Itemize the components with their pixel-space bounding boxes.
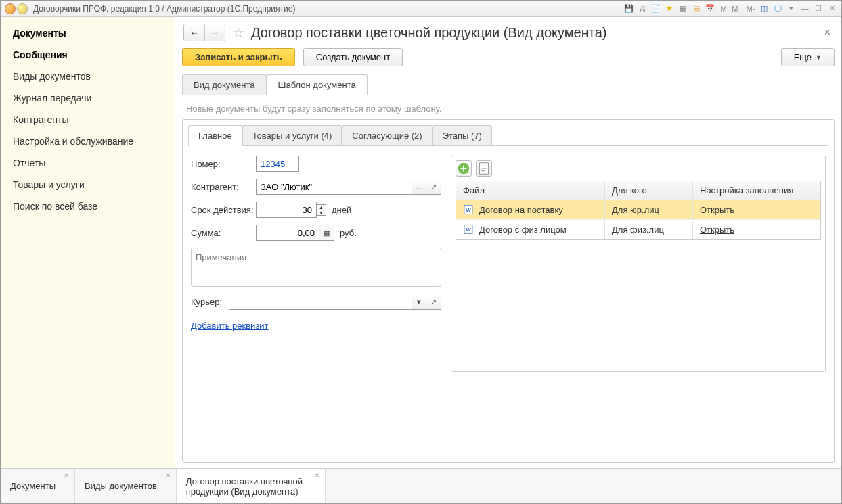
- inner-tab[interactable]: Товары и услуги (4): [242, 125, 342, 145]
- print-icon[interactable]: 🖨: [637, 3, 648, 14]
- file-name: Договор на поставку: [479, 205, 563, 215]
- bottom-tab-label: Виды документов: [85, 481, 157, 491]
- sidebar-item[interactable]: Документы: [1, 22, 175, 44]
- nav-buttons: ← →: [183, 24, 225, 41]
- add-attribute-link[interactable]: Добавить реквизит: [191, 321, 269, 331]
- open-link[interactable]: Открыть: [700, 225, 734, 235]
- calc-icon[interactable]: ▤: [691, 3, 702, 14]
- outer-tab[interactable]: Шаблон документа: [267, 74, 368, 95]
- hint-text: Новые документы будут сразу заполняться …: [182, 95, 835, 119]
- term-spinner: ▲ ▼: [317, 204, 326, 216]
- m-minus-icon[interactable]: M-: [745, 3, 756, 14]
- grid-header: Файл Для кого Настройка заполнения: [456, 181, 820, 200]
- svg-text:W: W: [466, 207, 471, 213]
- file-for: Для юр.лиц: [605, 201, 693, 219]
- open-link[interactable]: Открыть: [700, 205, 734, 215]
- close-icon[interactable]: ✕: [314, 472, 319, 479]
- courier-label: Курьер:: [191, 297, 229, 307]
- app-icon-1: [5, 3, 16, 14]
- dropdown-icon[interactable]: ▾: [786, 3, 797, 14]
- panels-icon[interactable]: ◫: [759, 3, 770, 14]
- more-button[interactable]: Еще▼: [781, 48, 835, 66]
- table-row[interactable]: WДоговор с физ.лицомДля физ.лицОткрыть: [456, 220, 820, 239]
- forward-button[interactable]: →: [204, 24, 225, 41]
- add-file-button[interactable]: [456, 160, 472, 177]
- courier-open-button[interactable]: ↗: [426, 294, 441, 310]
- number-input[interactable]: [256, 156, 299, 172]
- form-left: Номер: Контрагент: … ↗ Сро: [191, 156, 441, 372]
- form-columns: Номер: Контрагент: … ↗ Сро: [188, 146, 828, 375]
- maximize-icon[interactable]: ☐: [813, 3, 824, 14]
- sidebar-item[interactable]: Настройка и обслуживание: [1, 131, 175, 152]
- courier-dropdown-button[interactable]: ▾: [412, 294, 426, 310]
- save-and-close-button[interactable]: Записать и закрыть: [182, 48, 295, 66]
- grid-icon[interactable]: ▦: [678, 3, 688, 14]
- term-input[interactable]: [256, 202, 317, 218]
- main-row: ДокументыСообщенияВиды документовЖурнал …: [1, 17, 841, 468]
- term-down[interactable]: ▼: [317, 210, 326, 216]
- files-grid: Файл Для кого Настройка заполнения WДого…: [456, 181, 821, 240]
- sidebar: ДокументыСообщенияВиды документовЖурнал …: [1, 17, 175, 468]
- courier-combo: ▾ ↗: [229, 294, 441, 310]
- sum-input[interactable]: [256, 225, 319, 241]
- svg-text:W: W: [466, 227, 471, 233]
- star-icon[interactable]: ☆: [232, 24, 244, 41]
- create-document-button[interactable]: Создать документ: [303, 48, 403, 66]
- sum-calc-button[interactable]: ▦: [319, 225, 334, 241]
- sidebar-item[interactable]: Журнал передачи: [1, 87, 175, 109]
- close-icon[interactable]: ✕: [64, 472, 69, 479]
- m-plus-icon[interactable]: M+: [732, 3, 743, 14]
- courier-input[interactable]: [229, 294, 412, 310]
- outer-tabs: Вид документаШаблон документа: [182, 74, 835, 95]
- minimize-icon[interactable]: —: [799, 3, 810, 14]
- save-icon[interactable]: 💾: [623, 3, 634, 14]
- term-label: Срок действия:: [191, 205, 256, 215]
- view-file-button[interactable]: [476, 160, 492, 177]
- attachments-panel: Файл Для кого Настройка заполнения WДого…: [451, 156, 826, 372]
- close-icon[interactable]: ✕: [165, 472, 171, 479]
- word-doc-icon: W: [463, 204, 474, 215]
- back-button[interactable]: ←: [184, 24, 204, 41]
- inner-tab[interactable]: Главное: [188, 125, 242, 145]
- m-icon[interactable]: M: [718, 3, 729, 14]
- agent-open-button[interactable]: ↗: [426, 179, 441, 195]
- calendar-icon[interactable]: 📅: [705, 3, 715, 14]
- sum-unit: руб.: [340, 228, 357, 238]
- favorite-icon[interactable]: ★: [664, 3, 675, 14]
- sidebar-item[interactable]: Контрагенты: [1, 109, 175, 131]
- bottom-tab[interactable]: Виды документов✕: [75, 469, 177, 503]
- notes-textarea[interactable]: [191, 248, 441, 287]
- table-row[interactable]: WДоговор на поставкуДля юр.лицОткрыть: [456, 200, 820, 220]
- window-title: Договорчики ПРОФ, редакция 1.0 / Админис…: [33, 4, 295, 14]
- outer-tab[interactable]: Вид документа: [182, 74, 267, 95]
- app-window: Договорчики ПРОФ, редакция 1.0 / Админис…: [0, 0, 842, 504]
- sidebar-item[interactable]: Сообщения: [1, 44, 175, 66]
- agent-input[interactable]: [256, 179, 412, 195]
- bottom-tab-label: Документы: [10, 481, 56, 491]
- file-for: Для физ.лиц: [605, 221, 693, 239]
- titlebar: Договорчики ПРОФ, редакция 1.0 / Админис…: [1, 1, 841, 17]
- bottom-tab[interactable]: Договор поставки цветочной продукции (Ви…: [177, 469, 326, 503]
- term-up[interactable]: ▲: [317, 204, 326, 210]
- doc-icon[interactable]: 📄: [650, 3, 661, 14]
- info-icon[interactable]: ⓘ: [772, 3, 783, 14]
- sidebar-item[interactable]: Поиск по всей базе: [1, 196, 175, 217]
- col-file: Файл: [456, 181, 605, 200]
- sum-label: Сумма:: [191, 228, 256, 238]
- file-name: Договор с физ.лицом: [479, 225, 567, 235]
- agent-combo: … ↗: [256, 179, 441, 195]
- inner-pane: ГлавноеТовары и услуги (4)Согласующие (2…: [182, 119, 835, 463]
- sidebar-item[interactable]: Виды документов: [1, 66, 175, 87]
- bottom-tab[interactable]: Документы✕: [1, 469, 75, 503]
- close-window-icon[interactable]: ✕: [826, 3, 837, 14]
- number-label: Номер:: [191, 159, 256, 169]
- sidebar-item[interactable]: Отчеты: [1, 152, 175, 174]
- inner-tab[interactable]: Этапы (7): [433, 125, 492, 145]
- word-doc-icon: W: [463, 224, 474, 235]
- sidebar-item[interactable]: Товары и услуги: [1, 174, 175, 196]
- agent-select-button[interactable]: …: [412, 179, 426, 195]
- agent-label: Контрагент:: [191, 182, 256, 192]
- attachments-toolbar: [456, 160, 821, 177]
- inner-tab[interactable]: Согласующие (2): [342, 125, 432, 145]
- close-tab-icon[interactable]: ×: [824, 26, 830, 39]
